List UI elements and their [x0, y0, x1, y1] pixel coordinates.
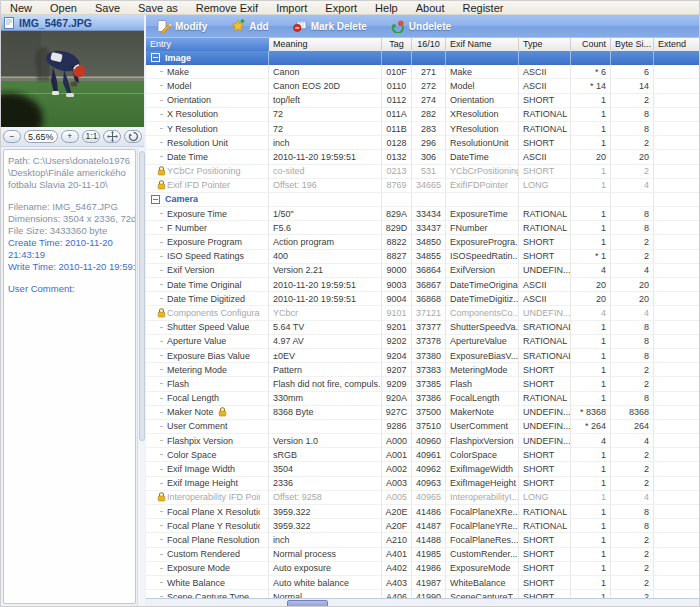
table-row[interactable]: Y Resolution 72 011B 283 YResolution RAT… [146, 122, 700, 136]
table-row[interactable]: Model Canon EOS 20D 0110 272 Model ASCII… [146, 79, 700, 93]
table-row[interactable]: Exif Image Width 3504 A002 40962 ExifIma… [146, 462, 700, 476]
exif-name-cell: DateTimeOriginal [446, 278, 519, 292]
menu-import[interactable]: Import [267, 1, 316, 15]
byte-size-cell: 20 [611, 292, 654, 306]
table-row[interactable]: Flashpix Version Version 1.0 A000 40960 … [146, 434, 700, 448]
table-row[interactable]: Exif Version Version 2.21 9000 36864 Exi… [146, 264, 700, 278]
group-row-image[interactable]: Image [146, 51, 700, 65]
zoom-level-field[interactable]: 5.65% [24, 130, 58, 143]
column-header-entry[interactable]: Entry [146, 38, 269, 52]
exif-name-cell: ISOSpeedRatin... [446, 250, 519, 264]
tree-bullet [155, 469, 167, 470]
column-header-extend[interactable]: Extend [654, 38, 700, 52]
table-row[interactable]: Exposure Program Action program 8822 348… [146, 235, 700, 249]
exif-name-cell: XResolution [446, 108, 519, 122]
entry-label: Exposure Time [167, 207, 227, 221]
table-row[interactable]: Focal Plane Resolution ... inch A210 414… [146, 533, 700, 547]
tag-cell: A406 [382, 590, 412, 598]
modify-button[interactable]: Modify [152, 17, 212, 35]
table-row[interactable]: Metering Mode Pattern 9207 37383 Meterin… [146, 363, 700, 377]
tag-cell: 9201 [382, 321, 412, 335]
table-row[interactable]: Exposure Time 1/50" 829A 33434 ExposureT… [146, 207, 700, 221]
column-header-byte-si[interactable]: Byte Si... [611, 38, 654, 52]
info-scrollbar-thumb[interactable] [139, 151, 145, 441]
entry-label: Date Time Digitized [167, 292, 245, 306]
table-row[interactable]: White Balance Auto white balance A403 41… [146, 576, 700, 590]
table-row[interactable]: Maker Note 8368 Byte 927C 37500 MakerNot… [146, 406, 700, 420]
table-row[interactable]: Exif IFD Pointer Offset: 196 8769 34665 … [146, 179, 700, 193]
table-row[interactable]: Scene Capture Type Normal A406 41990 Sce… [146, 590, 700, 598]
table-row[interactable]: Shutter Speed Value 5.64 TV 9201 37377 S… [146, 321, 700, 335]
menu-help[interactable]: Help [366, 1, 407, 15]
menu-register[interactable]: Register [453, 1, 512, 15]
table-row[interactable]: Focal Length 330mm 920A 37386 FocalLengt… [146, 392, 700, 406]
table-row[interactable]: Focal Plane X Resolution 3959.322 A20E 4… [146, 505, 700, 519]
table-row[interactable]: Flash Flash did not fire, compuls... 920… [146, 377, 700, 391]
table-row[interactable]: F Number F5.6 829D 33437 FNumber RATIONA… [146, 221, 700, 235]
table-row[interactable]: User Comment 9286 37510 UserComment UNDE… [146, 420, 700, 434]
info-line: Filename: IMG_5467.JPG [8, 201, 131, 213]
table-row[interactable]: Exposure Mode Auto exposure A402 41986 E… [146, 562, 700, 576]
count-cell: 1 [571, 122, 611, 136]
dec-cell: 37383 [412, 363, 446, 377]
extend-cell [654, 448, 700, 462]
table-row[interactable]: YCbCr Positioning co-sited 0213 531 YCbC… [146, 165, 700, 179]
column-header-tag[interactable]: Tag [382, 38, 412, 52]
table-row[interactable]: ISO Speed Ratings 400 8827 34855 ISOSpee… [146, 250, 700, 264]
column-header-exif-name[interactable]: Exif Name [446, 38, 519, 52]
menu-open[interactable]: Open [41, 1, 86, 15]
table-row[interactable]: Aperture Value 4.97 AV 9202 37378 Apertu… [146, 335, 700, 349]
menu-export[interactable]: Export [316, 1, 366, 15]
dec-cell: 272 [412, 79, 446, 93]
table-row[interactable]: Interoperability IFD Point... Offset: 92… [146, 491, 700, 505]
type-cell: ASCII [519, 292, 571, 306]
info-line: \Desktop\Finále amerického [8, 167, 131, 179]
column-header-type[interactable]: Type [519, 38, 571, 52]
undelete-button[interactable]: Undelete [386, 17, 456, 35]
image-preview [1, 31, 144, 127]
table-row[interactable]: Date Time 2010-11-20 19:59:51 0132 306 D… [146, 150, 700, 164]
collapse-icon[interactable] [151, 195, 160, 204]
add-button[interactable]: Add [226, 17, 273, 35]
table-row[interactable]: Date Time Digitized 2010-11-20 19:59:51 … [146, 292, 700, 306]
menu-remove-exif[interactable]: Remove Exif [187, 1, 267, 15]
type-cell: SHORT [519, 533, 571, 547]
exif-name-cell: ColorSpace [446, 448, 519, 462]
table-row[interactable]: Date Time Original 2010-11-20 19:59:51 9… [146, 278, 700, 292]
meaning-cell: 3504 [269, 462, 382, 476]
table-row[interactable]: Focal Plane Y Resolution 3959.322 A20F 4… [146, 519, 700, 533]
column-header-16-10[interactable]: 16/10 [412, 38, 446, 52]
tree-bullet [155, 298, 167, 299]
table-row[interactable]: Exposure Bias Value ±0EV 9204 37380 Expo… [146, 349, 700, 363]
table-horizontal-scrollbar[interactable] [146, 598, 700, 607]
table-row[interactable]: Custom Rendered Normal process A401 4198… [146, 548, 700, 562]
collapse-icon[interactable] [151, 53, 160, 62]
table-row[interactable]: Exif Image Height 2336 A003 40963 ExifIm… [146, 477, 700, 491]
table-row[interactable]: Components Configurat... YCbcr 9101 3712… [146, 306, 700, 320]
byte-size-cell: 2 [611, 590, 654, 598]
table-row[interactable]: Color Space sRGB A001 40961 ColorSpace S… [146, 448, 700, 462]
table-row[interactable]: Orientation top/left 0112 274 Orientatio… [146, 94, 700, 108]
menu-about[interactable]: About [407, 1, 454, 15]
table-row[interactable]: Resolution Unit inch 0128 296 Resolution… [146, 136, 700, 150]
actual-size-button[interactable]: 1:1 [82, 130, 100, 143]
column-header-meaning[interactable]: Meaning [269, 38, 382, 52]
table-row[interactable]: X Resolution 72 011A 282 XResolution RAT… [146, 108, 700, 122]
zoom-out-button[interactable]: − [3, 130, 21, 143]
group-row-camera[interactable]: Camera [146, 193, 700, 207]
info-vertical-scrollbar[interactable] [137, 149, 145, 606]
menu-save[interactable]: Save [86, 1, 129, 15]
zoom-in-button[interactable]: + [61, 130, 79, 143]
table-row[interactable]: Make Canon 010F 271 Make ASCII * 6 6 [146, 65, 700, 79]
column-header-count[interactable]: Count [571, 38, 611, 52]
lock-icon [155, 180, 167, 190]
extend-cell [654, 136, 700, 150]
menu-new[interactable]: New [1, 1, 41, 15]
extend-cell [654, 462, 700, 476]
hscroll-thumb[interactable] [287, 600, 328, 607]
menu-save-as[interactable]: Save as [129, 1, 187, 15]
rotate-icon[interactable] [124, 130, 142, 143]
pan-icon[interactable] [103, 130, 121, 143]
exif-name-cell: ComponentsCo... [446, 306, 519, 320]
mark-delete-button[interactable]: Mark Delete [288, 17, 372, 35]
